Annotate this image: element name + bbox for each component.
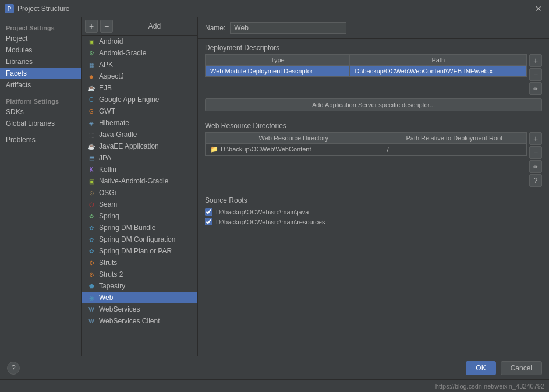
facet-label: WebServices Client bbox=[99, 317, 160, 325]
facet-label: Kotlin bbox=[99, 165, 116, 174]
web-resource-dir-header: Web Resource Directory bbox=[206, 133, 382, 144]
facet-item-ejb[interactable]: ☕ EJB bbox=[82, 82, 197, 94]
sidebar-item-facets[interactable]: Facets bbox=[0, 68, 81, 79]
facet-item-struts2[interactable]: ⚙ Struts 2 bbox=[82, 269, 197, 280]
facet-item-android[interactable]: ▣ Android bbox=[82, 36, 197, 47]
javaee-icon: ☕ bbox=[87, 142, 95, 150]
web-resource-directories-title: Web Resource Directories bbox=[198, 117, 549, 132]
help-button[interactable]: ? bbox=[7, 362, 20, 375]
facet-label: Spring DM Bundle bbox=[99, 224, 155, 232]
facet-label: Struts 2 bbox=[99, 270, 123, 278]
edit-web-resource-button[interactable]: ✏ bbox=[529, 160, 542, 173]
facet-item-jpa[interactable]: ⬒ JPA bbox=[82, 152, 197, 164]
facets-toolbar: + − Add bbox=[82, 17, 197, 36]
ws-icon: W bbox=[87, 317, 95, 325]
gwt-icon: G bbox=[87, 107, 95, 115]
facet-item-spring[interactable]: ✿ Spring bbox=[82, 210, 197, 222]
ok-button[interactable]: OK bbox=[466, 361, 495, 375]
facet-label: Spring DM Plan or PAR bbox=[99, 247, 172, 255]
facet-item-osgi[interactable]: ⊙ OSGi bbox=[82, 187, 197, 199]
remove-web-resource-button[interactable]: − bbox=[529, 146, 542, 159]
deployment-descriptors-table: Type Path Web Module Deployment Descript… bbox=[206, 55, 526, 76]
facet-label: Tapestry bbox=[99, 282, 125, 290]
native-icon: ▣ bbox=[87, 177, 95, 185]
facet-item-gae[interactable]: G Google App Engine bbox=[82, 94, 197, 105]
ejb-icon: ☕ bbox=[87, 84, 95, 92]
facet-item-spring-dm-bundle[interactable]: ✿ Spring DM Bundle bbox=[82, 222, 197, 234]
sidebar-item-sdks[interactable]: SDKs bbox=[0, 106, 81, 118]
facet-label: Seam bbox=[99, 200, 117, 209]
right-panel: Name: Deployment Descriptors Type Path bbox=[198, 17, 549, 356]
facet-item-spring-dm-config[interactable]: ✿ Spring DM Configuration bbox=[82, 234, 197, 245]
jpa-icon: ⬒ bbox=[87, 154, 95, 162]
springdm-icon: ✿ bbox=[87, 235, 95, 243]
source-root-checkbox[interactable] bbox=[205, 208, 212, 216]
source-root-item: D:\backup\OCWeb\src\main\java bbox=[198, 207, 549, 217]
facet-item-gwt[interactable]: G GWT bbox=[82, 105, 197, 117]
struts-icon: ⚙ bbox=[87, 270, 95, 278]
facet-item-tapestry[interactable]: ⬟ Tapestry bbox=[82, 280, 197, 292]
source-root-checkbox[interactable] bbox=[205, 218, 212, 225]
facet-label: Web bbox=[99, 294, 113, 302]
facet-label: JPA bbox=[99, 154, 111, 162]
facets-add-label: Add bbox=[115, 22, 194, 30]
facet-label: AspectJ bbox=[99, 72, 124, 80]
struts-icon: ⚙ bbox=[87, 259, 95, 267]
main-content: Project Settings Project Modules Librari… bbox=[0, 17, 549, 356]
close-button[interactable]: ✕ bbox=[533, 3, 544, 15]
facet-label: WebServices bbox=[99, 305, 140, 313]
facet-item-javaee[interactable]: ☕ JavaEE Application bbox=[82, 140, 197, 152]
facet-item-webservices-client[interactable]: W WebServices Client bbox=[82, 315, 197, 327]
remove-facet-button[interactable]: − bbox=[100, 20, 113, 33]
sidebar-item-problems[interactable]: Problems bbox=[0, 134, 81, 146]
relative-path: / bbox=[382, 144, 526, 156]
facet-item-aspectj[interactable]: ◆ AspectJ bbox=[82, 70, 197, 82]
facet-item-apk[interactable]: ▦ APK bbox=[82, 59, 197, 70]
spring-icon: ✿ bbox=[87, 212, 95, 220]
sidebar-item-project[interactable]: Project bbox=[0, 33, 81, 44]
facet-label: Hibernate bbox=[99, 119, 129, 127]
edit-descriptor-button[interactable]: ✏ bbox=[529, 82, 542, 95]
add-web-resource-button[interactable]: + bbox=[529, 132, 542, 145]
facet-label: Android bbox=[99, 37, 123, 45]
add-descriptor-row-button[interactable]: + bbox=[529, 54, 542, 67]
add-app-server-descriptor-button[interactable]: Add Application Server specific descript… bbox=[205, 98, 542, 111]
sidebar-divider bbox=[0, 91, 81, 96]
sidebar-item-modules[interactable]: Modules bbox=[0, 44, 81, 56]
facet-label: Native-Android-Gradle bbox=[99, 177, 168, 185]
facet-item-webservices[interactable]: W WebServices bbox=[82, 303, 197, 315]
facet-label: Android-Gradle bbox=[99, 49, 146, 57]
sidebar-item-artifacts[interactable]: Artifacts bbox=[0, 79, 81, 91]
springdm-icon: ✿ bbox=[87, 224, 95, 232]
facets-list: ▣ Android⚙ Android-Gradle▦ APK◆ AspectJ☕… bbox=[82, 36, 197, 356]
remove-descriptor-row-button[interactable]: − bbox=[529, 68, 542, 81]
web-resource-table-wrapper: Web Resource Directory Path Relative to … bbox=[205, 132, 542, 187]
facet-item-android-gradle[interactable]: ⚙ Android-Gradle bbox=[82, 47, 197, 59]
add-facet-button[interactable]: + bbox=[85, 20, 98, 33]
help-web-resource-button[interactable]: ? bbox=[529, 174, 542, 187]
facet-label: EJB bbox=[99, 84, 112, 92]
facet-item-seam[interactable]: ⬡ Seam bbox=[82, 199, 197, 210]
facet-item-hibernate[interactable]: ◈ Hibernate bbox=[82, 117, 197, 129]
descriptor-type: Web Module Deployment Descriptor bbox=[206, 66, 350, 77]
table-row[interactable]: Web Module Deployment Descriptor D:\back… bbox=[206, 66, 526, 77]
cancel-button[interactable]: Cancel bbox=[501, 361, 542, 375]
name-input[interactable] bbox=[230, 22, 346, 34]
facet-item-spring-dm-plan[interactable]: ✿ Spring DM Plan or PAR bbox=[82, 245, 197, 257]
facet-item-java-gradle[interactable]: ⬚ Java-Gradle bbox=[82, 129, 197, 140]
status-text: https://blog.csdn.net/weixin_43240792 bbox=[435, 383, 544, 390]
dialog-title: Project Structure bbox=[17, 5, 533, 13]
facet-item-kotlin[interactable]: K Kotlin bbox=[82, 164, 197, 175]
facet-item-struts[interactable]: ⚙ Struts bbox=[82, 257, 197, 269]
title-bar: P Project Structure ✕ bbox=[0, 0, 549, 17]
sidebar-item-libraries[interactable]: Libraries bbox=[0, 56, 81, 68]
bottom-right: OK Cancel bbox=[466, 361, 542, 375]
table-row[interactable]: 📁D:\backup\OCWeb\WebContent / bbox=[206, 144, 526, 156]
web-icon: ◉ bbox=[87, 294, 95, 302]
deployment-descriptors-table-container: Type Path Web Module Deployment Descript… bbox=[205, 54, 527, 77]
facet-item-native-android[interactable]: ▣ Native-Android-Gradle bbox=[82, 175, 197, 187]
facet-item-web[interactable]: ◉ Web bbox=[82, 292, 197, 303]
facet-label: Spring DM Configuration bbox=[99, 235, 175, 243]
sidebar-item-global-libraries[interactable]: Global Libraries bbox=[0, 118, 81, 129]
svg-text:P: P bbox=[8, 6, 12, 12]
